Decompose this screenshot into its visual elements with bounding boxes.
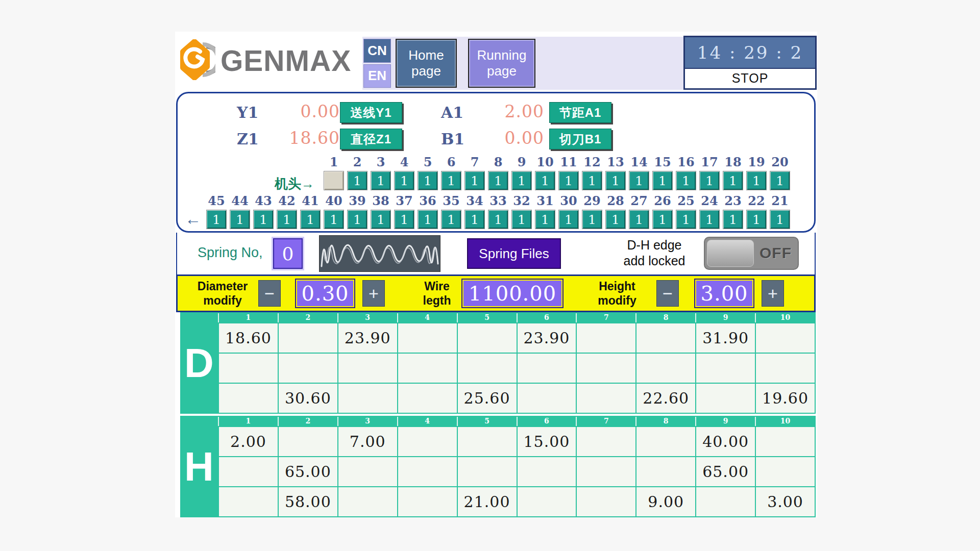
table-cell[interactable]: 23.90 (338, 323, 397, 353)
table-cell[interactable]: 18.60 (219, 323, 278, 353)
table-cell[interactable]: 30.60 (279, 384, 337, 413)
table-cell[interactable] (279, 354, 337, 383)
return-cell[interactable]: 1 (230, 210, 250, 229)
return-cell[interactable]: 1 (605, 210, 626, 229)
table-cell[interactable]: 2.00 (219, 427, 278, 456)
table-cell[interactable] (398, 384, 457, 413)
head-cell[interactable]: 1 (746, 171, 767, 190)
head-cell[interactable]: 1 (629, 171, 649, 190)
return-cell[interactable]: 1 (464, 210, 485, 229)
table-cell[interactable] (577, 354, 635, 383)
table-cell[interactable] (518, 384, 576, 413)
return-cell[interactable]: 1 (699, 210, 720, 229)
table-cell[interactable] (577, 384, 635, 413)
height-value-field[interactable]: 3.00 (694, 279, 754, 308)
spring-number-field[interactable]: 0 (273, 238, 303, 269)
diameter-z1-button[interactable]: 直径Z1 (340, 129, 402, 149)
lang-en-button[interactable]: EN (363, 64, 391, 88)
head-cell[interactable]: 1 (511, 171, 532, 190)
return-cell[interactable]: 1 (206, 210, 227, 229)
table-cell[interactable] (636, 354, 695, 383)
table-cell[interactable] (458, 427, 517, 456)
table-cell[interactable]: 65.00 (696, 457, 755, 486)
table-cell[interactable] (518, 354, 576, 383)
table-cell[interactable] (219, 487, 278, 516)
table-cell[interactable] (279, 323, 337, 353)
table-cell[interactable] (696, 487, 755, 516)
table-cell[interactable] (338, 354, 397, 383)
head-cell[interactable]: 1 (371, 171, 391, 190)
table-cell[interactable] (696, 384, 755, 413)
return-cell[interactable]: 1 (371, 210, 391, 229)
head-cell[interactable]: 1 (676, 171, 696, 190)
return-cell[interactable]: 1 (418, 210, 438, 229)
return-cell[interactable]: 1 (535, 210, 555, 229)
head-cell[interactable]: 1 (770, 171, 790, 190)
table-cell[interactable] (577, 487, 635, 516)
diameter-minus-button[interactable]: − (258, 280, 281, 307)
return-cell[interactable]: 1 (629, 210, 649, 229)
head-cell[interactable]: 1 (535, 171, 555, 190)
return-cell[interactable]: 1 (347, 210, 368, 229)
dh-lock-toggle[interactable]: OFF (704, 237, 799, 270)
return-cell[interactable]: 1 (511, 210, 532, 229)
head-cell[interactable]: 1 (652, 171, 673, 190)
head-cell[interactable]: 1 (582, 171, 602, 190)
table-cell[interactable]: 25.60 (458, 384, 517, 413)
running-page-button[interactable]: Running page (468, 39, 535, 88)
table-cell[interactable]: 65.00 (279, 457, 337, 486)
cutter-b1-button[interactable]: 切刀B1 (549, 129, 611, 149)
table-cell[interactable]: 21.00 (458, 487, 517, 516)
table-cell[interactable] (398, 457, 457, 486)
return-cell[interactable]: 1 (723, 210, 743, 229)
table-cell[interactable] (219, 457, 278, 486)
table-cell[interactable] (398, 427, 457, 456)
table-cell[interactable]: 9.00 (636, 487, 695, 516)
table-cell[interactable] (577, 427, 635, 456)
table-cell[interactable]: 40.00 (696, 427, 755, 456)
table-cell[interactable] (398, 354, 457, 383)
head-cell[interactable]: 1 (558, 171, 579, 190)
head-cell[interactable]: 1 (394, 171, 414, 190)
stop-status[interactable]: STOP (685, 69, 815, 88)
head-cell[interactable]: 1 (464, 171, 485, 190)
head-cell[interactable]: 1 (441, 171, 461, 190)
table-cell[interactable] (398, 323, 457, 353)
return-cell[interactable]: 1 (652, 210, 673, 229)
toggle-knob[interactable] (707, 240, 754, 267)
table-cell[interactable] (338, 384, 397, 413)
table-cell[interactable] (458, 457, 517, 486)
table-cell[interactable] (577, 323, 635, 353)
return-cell[interactable]: 1 (558, 210, 579, 229)
return-cell[interactable]: 1 (324, 210, 344, 229)
table-cell[interactable]: 31.90 (696, 323, 755, 353)
table-cell[interactable]: 7.00 (338, 427, 397, 456)
head-cell[interactable]: 1 (699, 171, 720, 190)
return-cell[interactable]: 1 (676, 210, 696, 229)
return-cell[interactable]: 1 (746, 210, 767, 229)
table-cell[interactable] (636, 457, 695, 486)
height-plus-button[interactable]: + (762, 280, 784, 307)
head-cell[interactable]: 1 (418, 171, 438, 190)
head-cell[interactable] (324, 171, 344, 190)
spring-files-button[interactable]: Spring Files (467, 238, 561, 269)
table-cell[interactable] (756, 427, 815, 456)
table-cell[interactable] (518, 457, 576, 486)
table-cell[interactable] (338, 457, 397, 486)
table-cell[interactable] (338, 487, 397, 516)
head-cell[interactable]: 1 (605, 171, 626, 190)
table-cell[interactable] (756, 354, 815, 383)
table-cell[interactable]: 58.00 (279, 487, 337, 516)
table-cell[interactable] (219, 384, 278, 413)
table-cell[interactable]: 19.60 (756, 384, 815, 413)
table-cell[interactable] (756, 323, 815, 353)
diameter-plus-button[interactable]: + (362, 280, 385, 307)
table-cell[interactable] (577, 457, 635, 486)
lang-cn-button[interactable]: CN (363, 39, 391, 63)
head-cell[interactable]: 1 (723, 171, 743, 190)
table-cell[interactable] (279, 427, 337, 456)
height-minus-button[interactable]: − (656, 280, 679, 307)
table-cell[interactable] (458, 354, 517, 383)
return-cell[interactable]: 1 (394, 210, 414, 229)
return-cell[interactable]: 1 (277, 210, 297, 229)
